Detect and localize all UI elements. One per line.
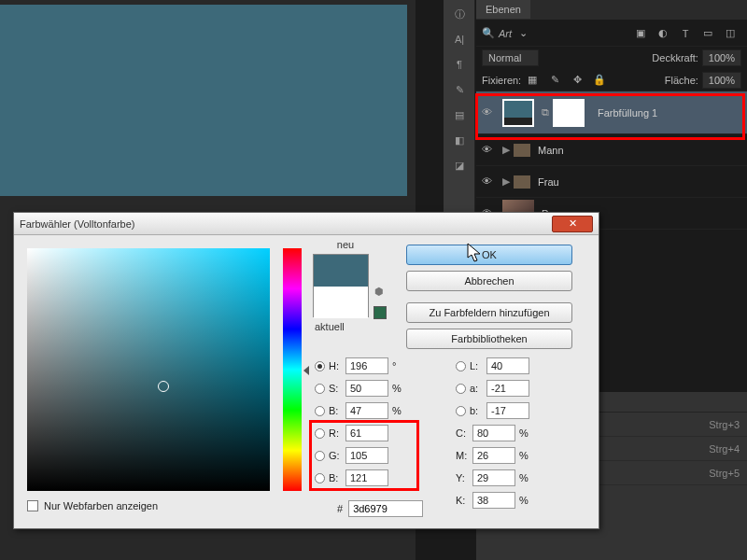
filter-adjust-icon[interactable]: ◐ <box>655 25 671 42</box>
lock-label: Fixieren: <box>482 75 521 86</box>
y-input[interactable] <box>472 469 515 486</box>
cancel-button[interactable]: Abbrechen <box>406 271 572 291</box>
websafe-swatch-icon[interactable] <box>374 306 387 319</box>
filter-smart-icon[interactable]: ◫ <box>722 25 739 42</box>
current-color <box>314 287 368 318</box>
visibility-icon[interactable]: 👁 <box>482 106 495 119</box>
lock-brush-icon[interactable]: ✎ <box>546 72 563 89</box>
new-current-swatch[interactable] <box>313 254 369 317</box>
radio-lb[interactable] <box>456 406 466 416</box>
hex-input[interactable] <box>348 500 423 517</box>
new-color <box>314 255 368 287</box>
info-icon[interactable]: ⓘ <box>446 3 472 25</box>
visibility-icon[interactable]: 👁 <box>482 144 495 157</box>
layer-row[interactable]: 👁 ⧉ Farbfüllung 1 <box>476 91 747 134</box>
panel-tab-bar: Ebenen <box>476 0 747 21</box>
add-swatch-button[interactable]: Zu Farbfeldern hinzufügen <box>406 302 572 323</box>
opacity-label: Deckkraft: <box>652 52 698 63</box>
hex-row: # <box>337 500 423 517</box>
cmyk-column: C:% M:% Y:% K:% <box>456 422 530 511</box>
layer-name[interactable]: Farbfüllung 1 <box>598 107 657 119</box>
radio-g[interactable] <box>315 451 325 461</box>
fill-value[interactable]: 100% <box>702 72 741 89</box>
dialog-title: Farbwähler (Volltonfarbe) <box>20 218 135 230</box>
link-icon[interactable]: ⧉ <box>542 106 549 119</box>
lock-move-icon[interactable]: ✥ <box>569 72 585 89</box>
disclosure-icon[interactable]: ▶ <box>502 175 510 188</box>
layer-name[interactable]: Mann <box>538 145 564 156</box>
gamut-warning-icon[interactable]: ⬢ <box>374 286 384 298</box>
sv-cursor-icon <box>158 381 169 392</box>
green-input[interactable] <box>345 447 388 464</box>
lab-a-input[interactable] <box>486 380 529 397</box>
lab-b-input[interactable] <box>486 402 529 419</box>
bri-input[interactable] <box>345 402 388 419</box>
fill-label: Fläche: <box>665 75 698 86</box>
radio-h[interactable] <box>315 361 325 371</box>
current-label: aktuell <box>315 321 345 332</box>
layer-row[interactable]: 👁 ▶ Mann <box>476 134 747 166</box>
hash-label: # <box>337 503 343 514</box>
close-button[interactable]: ✕ <box>552 216 593 232</box>
tab-layers[interactable]: Ebenen <box>476 0 530 19</box>
hsb-rgb-column: H:° S:% B:% R: G: B: <box>315 355 403 489</box>
lock-all-icon[interactable]: 🔒 <box>591 72 608 89</box>
nav-icon[interactable]: ◧ <box>446 129 472 151</box>
lock-row: Fixieren: ▦ ✎ ✥ 🔒 Fläche: 100% <box>476 69 747 91</box>
visibility-icon[interactable]: 👁 <box>482 175 495 189</box>
hue-slider[interactable] <box>283 248 302 491</box>
swatch-icon[interactable]: ◪ <box>446 154 472 176</box>
layer-filter-row: 🔍 Art ⌄ ▣ ◐ T ▭ ◫ <box>476 21 747 47</box>
radio-bl[interactable] <box>315 473 325 483</box>
folder-icon <box>514 144 530 157</box>
saturation-value-field[interactable] <box>27 248 270 491</box>
hue-input[interactable] <box>345 357 388 374</box>
canvas[interactable] <box>0 5 407 196</box>
search-icon[interactable]: 🔍 <box>482 27 495 39</box>
brush-icon[interactable]: ✎ <box>446 78 472 101</box>
m-input[interactable] <box>472 447 515 464</box>
hue-indicator-icon <box>303 366 309 375</box>
radio-r[interactable] <box>315 428 325 439</box>
layer-name[interactable]: Frau <box>538 176 559 188</box>
text-a-icon[interactable]: A| <box>446 28 472 50</box>
filter-image-icon[interactable]: ▣ <box>632 25 649 42</box>
blue-input[interactable] <box>345 469 388 486</box>
stack-icon[interactable]: ▤ <box>446 104 472 126</box>
channel-shortcut: Strg+3 <box>709 419 740 430</box>
color-libs-button[interactable]: Farbbibliotheken <box>406 329 572 349</box>
dialog-titlebar[interactable]: Farbwähler (Volltonfarbe) ✕ <box>14 213 599 235</box>
opacity-value[interactable]: 100% <box>702 49 741 66</box>
color-picker-dialog: Farbwähler (Volltonfarbe) ✕ neu aktuell … <box>13 212 599 529</box>
blend-row: Normal Deckkraft: 100% <box>476 47 747 69</box>
blend-mode-select[interactable]: Normal <box>482 49 539 66</box>
radio-b[interactable] <box>315 406 325 416</box>
filter-kind-label[interactable]: Art <box>499 28 512 39</box>
lab-l-input[interactable] <box>486 357 529 374</box>
red-input[interactable] <box>345 425 388 441</box>
mask-thumb[interactable] <box>553 99 585 127</box>
paragraph-icon[interactable]: ¶ <box>446 53 472 76</box>
layer-row[interactable]: 👁 ▶ Frau <box>476 166 747 198</box>
filter-shape-icon[interactable]: ▭ <box>699 25 716 42</box>
folder-icon <box>514 175 530 189</box>
layer-thumb[interactable] <box>502 99 534 127</box>
disclosure-icon[interactable]: ▶ <box>502 144 510 156</box>
new-label: neu <box>337 239 354 250</box>
k-input[interactable] <box>472 492 515 509</box>
radio-a[interactable] <box>456 384 466 394</box>
channel-shortcut: Strg+4 <box>709 443 740 455</box>
radio-l[interactable] <box>456 361 466 371</box>
web-only-checkbox[interactable] <box>27 500 38 511</box>
web-only-label: Nur Webfarben anzeigen <box>44 500 158 511</box>
radio-s[interactable] <box>315 384 325 394</box>
web-only-row[interactable]: Nur Webfarben anzeigen <box>27 500 158 511</box>
lab-column: L: a: b: <box>456 355 533 422</box>
sat-input[interactable] <box>345 380 388 397</box>
channel-shortcut: Strg+5 <box>709 468 740 479</box>
lock-pixels-icon[interactable]: ▦ <box>524 72 541 89</box>
filter-text-icon[interactable]: T <box>677 25 694 42</box>
layer-list: 👁 ⧉ Farbfüllung 1 👁 ▶ Mann 👁 ▶ Frau 👁 Pa… <box>476 91 747 230</box>
ok-button[interactable]: OK <box>406 245 572 265</box>
c-input[interactable] <box>472 425 515 441</box>
